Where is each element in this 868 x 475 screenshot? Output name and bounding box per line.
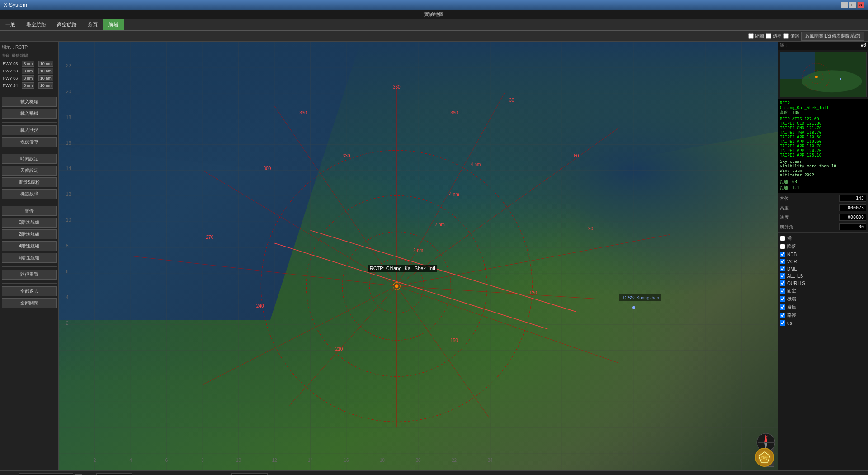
instructor-input[interactable] (96, 473, 132, 475)
layer-dme: DME (780, 265, 866, 272)
detail-item: 詳論 (221, 473, 268, 475)
layer-hangar-check[interactable] (780, 304, 785, 310)
left-sidebar: 場地：RCTP 階段 最後端場 RWY 05 3 nm 10 nm RWY 23… (0, 42, 59, 470)
slope-label: 斜率 (773, 33, 782, 39)
approach6-btn[interactable]: 6階進航組 (2, 253, 57, 263)
window-title: X-System (4, 2, 27, 8)
svg-point-106 (815, 76, 818, 78)
time-settings-btn[interactable]: 時間設定 (2, 154, 57, 164)
bearing-label: 距離：1.1 (780, 185, 866, 191)
all-close-btn[interactable]: 全部關閉 (2, 298, 57, 308)
speed-label: 速度 (780, 214, 798, 221)
thumbnail-label: 縮圖 (755, 33, 764, 39)
layer-aircraft: 機場 (780, 295, 866, 303)
weather-visibility: visibility more than 10 (780, 164, 866, 168)
backup-checkbox[interactable] (783, 33, 789, 39)
approach0-btn[interactable]: 0階進航組 (2, 218, 57, 228)
divider-1 (2, 94, 57, 94)
rwy06-3nm[interactable]: 3 nm (22, 75, 34, 81)
rwy06-label: RWY 06 (2, 75, 21, 82)
rwy05-10nm[interactable]: 10 nm (38, 61, 53, 67)
divider-3 (2, 151, 57, 151)
layer-all-ils: ALL ILS (780, 272, 866, 280)
layer-route-label: 路徑 (787, 312, 796, 318)
menu-general[interactable]: 一般 (0, 19, 21, 30)
rwy06-10nm[interactable]: 10 nm (38, 75, 53, 81)
close-button[interactable]: ✕ (857, 2, 864, 8)
layer-route: 路徑 (780, 311, 866, 319)
scenery-settings-btn[interactable]: 畫景&虛粉 (2, 177, 57, 187)
runway-table: RWY 05 3 nm 10 nm RWY 23 3 nm 10 nm RWY … (2, 60, 57, 89)
all-return-btn[interactable]: 全部返去 (2, 286, 57, 296)
restore-button[interactable]: □ (849, 2, 856, 8)
save-status-btn[interactable]: 現況儲存 (2, 137, 57, 147)
layer-vor-check[interactable] (780, 259, 785, 264)
flap-row: 爬升角 00 (780, 223, 866, 230)
rwy23-10nm[interactable]: 10 nm (38, 68, 53, 74)
layer-us-check[interactable] (780, 320, 785, 326)
weather-altimeter: altimeter 2992 (780, 173, 866, 177)
approach2-btn[interactable]: 2階進航組 (2, 229, 57, 239)
layer-all-ils-check[interactable] (780, 273, 785, 279)
toolbar-right: 縮圖 斜率 備器 啟風開關ILS(備表裝降系統) (748, 32, 864, 41)
map-area[interactable]: 2 nm 2 nm 4 nm 4 nm 360 30 60 90 120 150… (59, 42, 778, 470)
pilot-select[interactable] (19, 473, 73, 475)
bearing-row: 方位 143 (780, 195, 866, 202)
checkbox-slope: 斜率 (766, 33, 782, 39)
layer-landing-check[interactable] (780, 244, 785, 249)
pause-btn[interactable]: 暫停 (2, 206, 57, 216)
layer-ndb-check[interactable] (780, 252, 785, 257)
bearing-value: 143 (839, 195, 866, 202)
main-layout: 場地：RCTP 階段 最後端場 RWY 05 3 nm 10 nm RWY 23… (0, 42, 868, 470)
layer-our-ils-label: OUR ILS (787, 281, 805, 286)
backup-label: 備器 (790, 33, 799, 39)
layer-ndb-label: NDB (787, 252, 797, 257)
weather-wind: Wind calm (780, 168, 866, 173)
slope-checkbox[interactable] (766, 33, 771, 39)
svg-text:飛行: 飛行 (761, 456, 768, 460)
layer-our-ils-check[interactable] (780, 280, 785, 286)
rwy05-3nm[interactable]: 3 nm (22, 61, 34, 67)
altitude-value: 000073 (839, 204, 866, 211)
speed-value: 000000 (839, 214, 866, 221)
status-bar: 飛行員 ▾ 教練 30 1月 2015 飛機 Cessna_172SP.acf … (0, 470, 868, 475)
menu-radar[interactable]: 航塔 (103, 19, 124, 30)
ils-toggle-button[interactable]: 啟風開關ILS(備表裝降系統) (801, 32, 864, 41)
layer-vor: VOR (780, 258, 866, 265)
load-aircraft-btn[interactable]: 載入飛機 (2, 109, 57, 119)
menu-airspace[interactable]: 塔空航路 (21, 19, 52, 30)
map-title: 實驗地圖 (424, 11, 444, 18)
rwy24-10nm[interactable]: 10 nm (38, 82, 53, 89)
detail-input[interactable] (231, 473, 268, 475)
load-status-btn[interactable]: 載入狀況 (2, 125, 57, 135)
layer-us: us (780, 319, 866, 327)
menu-high-route[interactable]: 高空航路 (52, 19, 82, 30)
menu-split[interactable]: 分頁 (82, 19, 103, 30)
layer-fixed-label: 固定 (787, 288, 796, 294)
checkbox-thumbnail: 縮圖 (748, 33, 764, 39)
thumbnail-checkbox[interactable] (748, 33, 754, 39)
layer-airport: 備 (780, 234, 866, 242)
rwy23-3nm[interactable]: 3 nm (22, 68, 34, 74)
weather-settings-btn[interactable]: 天候設定 (2, 166, 57, 176)
right-sidebar: 識： #0 RCTP Chiang_Kai_Shek_Intl (778, 42, 868, 470)
layer-fixed-check[interactable] (780, 288, 785, 294)
svg-point-107 (840, 78, 841, 80)
divider-6 (2, 283, 57, 284)
atis-panel: RCTP Chiang_Kai_Shek_Intl 高度：106 RCTP AT… (778, 99, 868, 193)
layer-dme-check[interactable] (780, 266, 785, 271)
rwy05-label: RWY 05 (2, 60, 21, 67)
path-reset-btn[interactable]: 路徑重置 (2, 270, 57, 280)
layer-aircraft-check[interactable] (780, 296, 785, 302)
divider-2 (2, 122, 57, 123)
title-controls: ─ □ ✕ (841, 2, 864, 8)
layer-airport-label: 備 (787, 235, 792, 242)
layer-aircraft-label: 機場 (787, 296, 796, 302)
layer-airport-check[interactable] (780, 236, 785, 241)
failure-settings-btn[interactable]: 機器故障 (2, 189, 57, 199)
load-airport-btn[interactable]: 載入機場 (2, 97, 57, 107)
layer-route-check[interactable] (780, 313, 785, 318)
rwy24-3nm[interactable]: 3 nm (22, 82, 34, 89)
approach4-btn[interactable]: 4階進航組 (2, 241, 57, 251)
minimize-button[interactable]: ─ (841, 2, 848, 8)
